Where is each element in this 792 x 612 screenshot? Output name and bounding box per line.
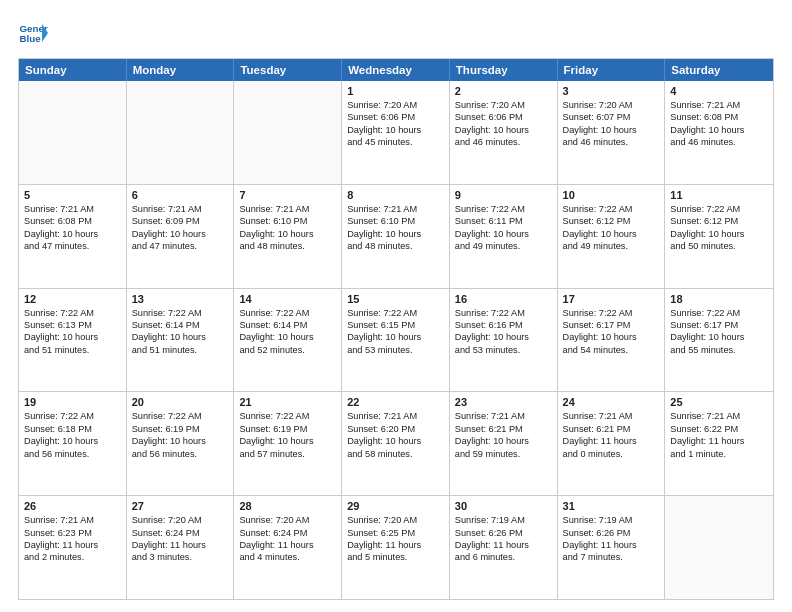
cell-line: Sunrise: 7:20 AM bbox=[132, 514, 229, 526]
svg-text:Blue: Blue bbox=[20, 33, 42, 44]
cell-line: Sunrise: 7:21 AM bbox=[132, 203, 229, 215]
day-number: 1 bbox=[347, 85, 444, 97]
cell-line: Sunset: 6:18 PM bbox=[24, 423, 121, 435]
cell-line: Sunset: 6:21 PM bbox=[563, 423, 660, 435]
cell-line: Sunrise: 7:22 AM bbox=[455, 307, 552, 319]
day-number: 24 bbox=[563, 396, 660, 408]
cell-line: and 49 minutes. bbox=[563, 240, 660, 252]
cell-line: Daylight: 10 hours bbox=[24, 435, 121, 447]
cell-line: Sunset: 6:11 PM bbox=[455, 215, 552, 227]
cell-line: and 3 minutes. bbox=[132, 551, 229, 563]
day-cell-5: 5Sunrise: 7:21 AMSunset: 6:08 PMDaylight… bbox=[19, 185, 127, 288]
cell-line: Sunrise: 7:19 AM bbox=[455, 514, 552, 526]
cell-line: and 0 minutes. bbox=[563, 448, 660, 460]
day-number: 11 bbox=[670, 189, 768, 201]
cell-line: Sunrise: 7:22 AM bbox=[670, 203, 768, 215]
day-number: 25 bbox=[670, 396, 768, 408]
day-number: 12 bbox=[24, 293, 121, 305]
cell-line: Daylight: 11 hours bbox=[347, 539, 444, 551]
cell-line: Daylight: 11 hours bbox=[455, 539, 552, 551]
week-row-1: 1Sunrise: 7:20 AMSunset: 6:06 PMDaylight… bbox=[19, 81, 773, 185]
cell-line: Daylight: 10 hours bbox=[132, 228, 229, 240]
cell-line: and 1 minute. bbox=[670, 448, 768, 460]
week-row-4: 19Sunrise: 7:22 AMSunset: 6:18 PMDayligh… bbox=[19, 392, 773, 496]
cell-line: Sunrise: 7:21 AM bbox=[347, 203, 444, 215]
cell-line: and 47 minutes. bbox=[132, 240, 229, 252]
cell-line: and 4 minutes. bbox=[239, 551, 336, 563]
empty-cell bbox=[234, 81, 342, 184]
day-cell-18: 18Sunrise: 7:22 AMSunset: 6:17 PMDayligh… bbox=[665, 289, 773, 392]
cell-line: Daylight: 11 hours bbox=[563, 539, 660, 551]
cell-line: Sunset: 6:14 PM bbox=[132, 319, 229, 331]
cell-line: Sunrise: 7:22 AM bbox=[132, 410, 229, 422]
cell-line: and 58 minutes. bbox=[347, 448, 444, 460]
day-number: 3 bbox=[563, 85, 660, 97]
cell-line: Sunset: 6:19 PM bbox=[132, 423, 229, 435]
header-day-friday: Friday bbox=[558, 59, 666, 81]
cell-line: Sunrise: 7:22 AM bbox=[347, 307, 444, 319]
cell-line: Sunset: 6:26 PM bbox=[455, 527, 552, 539]
day-cell-21: 21Sunrise: 7:22 AMSunset: 6:19 PMDayligh… bbox=[234, 392, 342, 495]
cell-line: and 45 minutes. bbox=[347, 136, 444, 148]
cell-line: and 46 minutes. bbox=[455, 136, 552, 148]
day-number: 8 bbox=[347, 189, 444, 201]
calendar-body: 1Sunrise: 7:20 AMSunset: 6:06 PMDaylight… bbox=[19, 81, 773, 599]
day-number: 6 bbox=[132, 189, 229, 201]
cell-line: and 2 minutes. bbox=[24, 551, 121, 563]
logo-icon: General Blue bbox=[18, 18, 48, 48]
day-number: 16 bbox=[455, 293, 552, 305]
day-number: 21 bbox=[239, 396, 336, 408]
cell-line: Sunset: 6:19 PM bbox=[239, 423, 336, 435]
empty-cell bbox=[127, 81, 235, 184]
cell-line: Sunrise: 7:22 AM bbox=[24, 410, 121, 422]
cell-line: Sunset: 6:24 PM bbox=[239, 527, 336, 539]
cell-line: Sunrise: 7:22 AM bbox=[24, 307, 121, 319]
day-number: 20 bbox=[132, 396, 229, 408]
week-row-5: 26Sunrise: 7:21 AMSunset: 6:23 PMDayligh… bbox=[19, 496, 773, 599]
day-number: 14 bbox=[239, 293, 336, 305]
day-number: 5 bbox=[24, 189, 121, 201]
cell-line: and 46 minutes. bbox=[670, 136, 768, 148]
cell-line: Sunset: 6:12 PM bbox=[670, 215, 768, 227]
cell-line: Sunrise: 7:21 AM bbox=[239, 203, 336, 215]
cell-line: Sunrise: 7:21 AM bbox=[455, 410, 552, 422]
cell-line: Daylight: 10 hours bbox=[347, 435, 444, 447]
day-number: 4 bbox=[670, 85, 768, 97]
cell-line: Daylight: 11 hours bbox=[670, 435, 768, 447]
day-cell-9: 9Sunrise: 7:22 AMSunset: 6:11 PMDaylight… bbox=[450, 185, 558, 288]
cell-line: Daylight: 10 hours bbox=[347, 228, 444, 240]
day-cell-8: 8Sunrise: 7:21 AMSunset: 6:10 PMDaylight… bbox=[342, 185, 450, 288]
cell-line: Sunrise: 7:22 AM bbox=[563, 307, 660, 319]
day-cell-14: 14Sunrise: 7:22 AMSunset: 6:14 PMDayligh… bbox=[234, 289, 342, 392]
cell-line: Daylight: 10 hours bbox=[563, 331, 660, 343]
header-day-saturday: Saturday bbox=[665, 59, 773, 81]
empty-cell bbox=[19, 81, 127, 184]
day-number: 28 bbox=[239, 500, 336, 512]
cell-line: Sunrise: 7:22 AM bbox=[239, 307, 336, 319]
day-cell-27: 27Sunrise: 7:20 AMSunset: 6:24 PMDayligh… bbox=[127, 496, 235, 599]
cell-line: Sunset: 6:10 PM bbox=[239, 215, 336, 227]
cell-line: and 56 minutes. bbox=[132, 448, 229, 460]
cell-line: Daylight: 10 hours bbox=[132, 331, 229, 343]
cell-line: Sunset: 6:14 PM bbox=[239, 319, 336, 331]
cell-line: and 46 minutes. bbox=[563, 136, 660, 148]
header: General Blue bbox=[18, 18, 774, 48]
day-cell-29: 29Sunrise: 7:20 AMSunset: 6:25 PMDayligh… bbox=[342, 496, 450, 599]
calendar-header-row: SundayMondayTuesdayWednesdayThursdayFrid… bbox=[19, 59, 773, 81]
day-cell-7: 7Sunrise: 7:21 AMSunset: 6:10 PMDaylight… bbox=[234, 185, 342, 288]
day-cell-11: 11Sunrise: 7:22 AMSunset: 6:12 PMDayligh… bbox=[665, 185, 773, 288]
cell-line: Daylight: 10 hours bbox=[455, 331, 552, 343]
day-number: 30 bbox=[455, 500, 552, 512]
cell-line: and 49 minutes. bbox=[455, 240, 552, 252]
header-day-monday: Monday bbox=[127, 59, 235, 81]
cell-line: Daylight: 10 hours bbox=[455, 124, 552, 136]
week-row-3: 12Sunrise: 7:22 AMSunset: 6:13 PMDayligh… bbox=[19, 289, 773, 393]
cell-line: and 5 minutes. bbox=[347, 551, 444, 563]
cell-line: Sunset: 6:17 PM bbox=[563, 319, 660, 331]
cell-line: Sunrise: 7:22 AM bbox=[563, 203, 660, 215]
cell-line: and 7 minutes. bbox=[563, 551, 660, 563]
day-cell-12: 12Sunrise: 7:22 AMSunset: 6:13 PMDayligh… bbox=[19, 289, 127, 392]
day-number: 13 bbox=[132, 293, 229, 305]
cell-line: Sunset: 6:09 PM bbox=[132, 215, 229, 227]
day-cell-19: 19Sunrise: 7:22 AMSunset: 6:18 PMDayligh… bbox=[19, 392, 127, 495]
